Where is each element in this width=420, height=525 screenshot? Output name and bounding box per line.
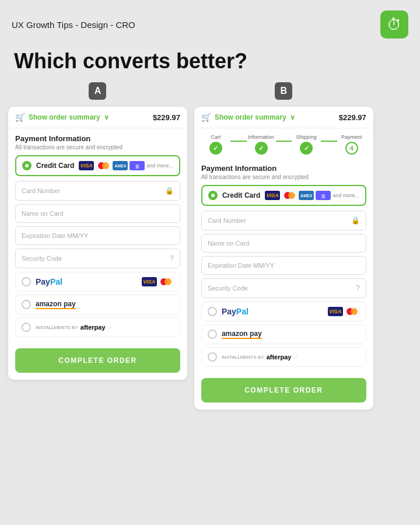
- paypal-radio-b: [208, 307, 217, 316]
- radio-dot-inner-a: [25, 164, 29, 167]
- variant-a-container: A 🛒 Show order summary ∨ $229.97 Payment…: [8, 82, 187, 380]
- top-bar-title: UX Growth Tips - Design - CRO: [12, 20, 135, 30]
- step-information: Information ✓: [247, 134, 276, 155]
- amazon-radio-b: [208, 330, 217, 339]
- expiration-placeholder-b: Expiration Date MM/YY: [208, 262, 274, 269]
- chevron-down-icon-b: ∨: [290, 113, 295, 121]
- lock-icon-a: 🔒: [165, 187, 174, 195]
- name-on-card-field-a[interactable]: Name on Card: [15, 204, 180, 223]
- paypal-option-a[interactable]: PayPal VISA: [15, 272, 180, 292]
- payment-info-subtitle-a: All transactions are secure and encrypte…: [15, 144, 180, 150]
- amazon-left-a: amazon pay: [22, 300, 76, 309]
- paypal-left-b: PayPal: [208, 307, 249, 316]
- stripe-logo-b: |||: [316, 191, 331, 200]
- order-summary-left-b[interactable]: 🛒 Show order summary ∨: [201, 113, 295, 122]
- paypal-mc-b: [345, 307, 360, 316]
- order-summary-left-a[interactable]: 🛒 Show order summary ∨: [15, 113, 109, 122]
- amex-logo-b: AMEX: [299, 191, 314, 200]
- amazon-pay-option-b[interactable]: amazon pay: [201, 324, 366, 344]
- card-logos-b: VISA AMEX ||| and more...: [265, 191, 359, 200]
- paypal-option-b[interactable]: PayPal VISA: [201, 302, 366, 321]
- variant-b-panel: 🛒 Show order summary ∨ $229.97 Cart ✓ In…: [194, 107, 373, 410]
- credit-card-option-a[interactable]: Credit Card VISA AMEX ||| and more...: [15, 155, 180, 176]
- step-info-label: Information: [248, 134, 274, 140]
- order-summary-bar-b: 🛒 Show order summary ∨ $229.97: [194, 107, 373, 128]
- name-on-card-placeholder-b: Name on Card: [208, 240, 250, 247]
- visa-logo-b: VISA: [265, 191, 280, 200]
- afterpay-radio-b: [208, 352, 217, 362]
- credit-card-radio-a: [22, 161, 32, 170]
- amazon-pay-logo-b: amazon pay: [222, 330, 262, 339]
- amazon-pay-option-a[interactable]: amazon pay: [15, 295, 180, 314]
- card-number-placeholder-b: Card Number: [208, 217, 246, 224]
- credit-card-option-b[interactable]: Credit Card VISA AMEX ||| and more...: [201, 185, 366, 206]
- paypal-card-logos-a: VISA: [142, 277, 174, 286]
- security-code-placeholder-b: Security Code: [208, 285, 248, 292]
- variant-a-label: A: [89, 82, 106, 100]
- step-shipping: Shipping ✓: [292, 134, 321, 155]
- and-more-b: and more...: [332, 192, 359, 198]
- variant-a-panel: 🛒 Show order summary ∨ $229.97 Payment I…: [8, 107, 187, 380]
- chevron-down-icon-a: ∨: [104, 113, 109, 121]
- paypal-mc-a: [159, 277, 174, 286]
- step-line-2: [276, 141, 292, 142]
- afterpay-radio-a: [22, 323, 31, 332]
- payment-info-title-b: Payment Information: [201, 164, 366, 173]
- main-question: Which converts better?: [0, 44, 420, 82]
- card-logos-a: VISA AMEX ||| and more...: [79, 161, 173, 170]
- cart-icon-b: 🛒: [201, 113, 211, 122]
- show-order-summary-a: Show order summary: [29, 113, 100, 121]
- order-price-b: $229.97: [339, 113, 366, 122]
- security-code-field-b[interactable]: Security Code ?: [201, 278, 366, 298]
- step-line-1: [230, 141, 247, 142]
- security-code-field-a[interactable]: Security Code ?: [15, 249, 180, 268]
- step-line-3: [321, 141, 337, 142]
- amex-logo-a: AMEX: [113, 161, 128, 170]
- variant-b-header: B: [194, 82, 373, 107]
- paypal-left-a: PayPal: [22, 277, 62, 286]
- step-cart-circle: ✓: [209, 142, 222, 155]
- paypal-label-b: PayPal: [222, 307, 249, 316]
- credit-card-label-a: Credit Card: [36, 162, 74, 170]
- timer-icon: ⏱: [380, 10, 408, 38]
- amazon-radio-a: [22, 300, 31, 309]
- amazon-left-b: amazon pay: [208, 330, 262, 339]
- show-order-summary-b: Show order summary: [215, 113, 286, 121]
- card-number-placeholder-a: Card Number: [22, 187, 60, 194]
- payment-info-b: Payment Information All transactions are…: [194, 158, 373, 373]
- complete-order-btn-a[interactable]: COMPLETE ORDER: [15, 348, 180, 373]
- question-icon-a: ?: [170, 254, 174, 262]
- top-bar: UX Growth Tips - Design - CRO ⏱: [0, 0, 420, 44]
- radio-dot-inner-b: [211, 194, 215, 197]
- variant-a-header: A: [8, 82, 187, 107]
- mc-logo-b: [282, 191, 297, 200]
- name-on-card-field-b[interactable]: Name on Card: [201, 234, 366, 253]
- step-info-circle: ✓: [255, 142, 268, 155]
- paypal-card-logos-b: VISA: [328, 307, 360, 316]
- afterpay-left-b: INSTALLMENTS BY afterpay ✓: [208, 352, 299, 362]
- afterpay-option-b[interactable]: INSTALLMENTS BY afterpay ✓: [201, 347, 366, 367]
- step-payment-circle: 4: [345, 142, 358, 155]
- complete-order-btn-b[interactable]: COMPLETE ORDER: [201, 378, 366, 402]
- cart-icon-a: 🛒: [15, 113, 25, 122]
- paypal-radio-a: [22, 277, 31, 286]
- paypal-visa-b: VISA: [328, 307, 343, 316]
- step-payment: Payment 4: [337, 134, 366, 155]
- name-on-card-placeholder-a: Name on Card: [22, 210, 64, 217]
- afterpay-logo-b: INSTALLMENTS BY afterpay ✓: [222, 354, 299, 361]
- panels-container: A 🛒 Show order summary ∨ $229.97 Payment…: [0, 82, 420, 421]
- expiration-field-a[interactable]: Expiration Date MM/YY: [15, 226, 180, 245]
- card-number-field-b[interactable]: Card Number 🔒: [201, 211, 366, 230]
- credit-card-radio-b: [208, 191, 218, 200]
- card-number-field-a[interactable]: Card Number 🔒: [15, 181, 180, 201]
- afterpay-option-a[interactable]: INSTALLMENTS BY afterpay ✓: [15, 317, 180, 337]
- step-payment-label: Payment: [341, 134, 362, 140]
- order-price-a: $229.97: [153, 113, 180, 122]
- payment-info-subtitle-b: All transactions are secure and encrypte…: [201, 174, 366, 180]
- security-code-placeholder-a: Security Code: [22, 255, 62, 262]
- expiration-field-b[interactable]: Expiration Date MM/YY: [201, 256, 366, 275]
- variant-b-label: B: [275, 82, 292, 100]
- payment-info-a: Payment Information All transactions are…: [8, 128, 187, 344]
- step-cart: Cart ✓: [201, 134, 230, 155]
- visa-logo-a: VISA: [79, 161, 94, 170]
